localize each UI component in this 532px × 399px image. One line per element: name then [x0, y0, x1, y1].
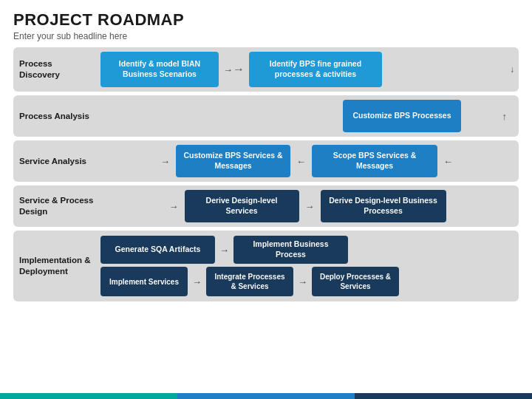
box-deploy-processes: Deploy Processes & Services	[312, 267, 399, 296]
bar-dark	[355, 393, 532, 399]
bottom-bar	[0, 393, 532, 399]
arrow-4-left: →	[169, 201, 179, 212]
arrow-3-mid: ←	[296, 156, 306, 167]
arrow-3-right: ←	[443, 156, 453, 167]
box-derive-services: Derive Design-level Services	[185, 190, 299, 222]
box-integrate-processes: Integrate Processes & Services	[206, 267, 293, 296]
arrow-5-top: →	[219, 245, 229, 256]
row-process-analysis: Process Analysis Customize BPS Processes…	[13, 95, 519, 137]
box-scope-bps: Scope BPS Services & Messages	[312, 145, 437, 177]
box-customize-bps-services: Customize BPS Services & Messages	[176, 145, 290, 177]
box-identify-model: Identify & model BIAN Business Scenarios	[100, 52, 219, 87]
row-label-service-process-design: Service & Process Design	[19, 195, 100, 217]
box-derive-processes: Derive Design-level Business Processes	[321, 190, 446, 222]
row5-inner: Generate SQA Artifacts → Implement Busin…	[100, 236, 513, 296]
roadmap-grid: Process Discovery Identify & model BIAN …	[13, 47, 519, 392]
row-service-process-design: Service & Process Design → Derive Design…	[13, 185, 519, 227]
box-generate-sqa: Generate SQA Artifacts	[100, 236, 215, 264]
arrow-1-1: →	[223, 63, 245, 76]
row-implementation-deployment: Implementation & Deployment Generate SQA…	[13, 231, 519, 301]
arrow-curve-down: ↓	[510, 64, 514, 75]
bar-blue	[177, 393, 355, 399]
page-title: PROJECT ROADMAP	[13, 10, 519, 30]
row-label-service-analysis: Service Analysis	[19, 156, 100, 167]
arrow-5-b1: →	[192, 276, 202, 287]
box-customize-bps-processes: Customize BPS Processes	[343, 100, 461, 132]
box-implement-bp: Implement Business Process	[233, 236, 348, 264]
row5-top: Generate SQA Artifacts → Implement Busin…	[100, 236, 513, 264]
row5-bottom: Implement Services → Integrate Processes…	[100, 267, 513, 296]
box-implement-services: Implement Services	[100, 267, 188, 296]
bar-teal	[0, 393, 177, 399]
page-subtitle: Enter your sub headline here	[13, 31, 519, 41]
row-label-process-analysis: Process Analysis	[19, 111, 100, 122]
arrow-3-left: →	[160, 156, 170, 167]
row-process-discovery: Process Discovery Identify & model BIAN …	[13, 47, 519, 92]
row-label-process-discovery: Process Discovery	[19, 58, 100, 81]
arrow-4-mid: →	[305, 201, 315, 212]
arrow-curve-right: ↑	[502, 111, 508, 122]
row1-content: Identify & model BIAN Business Scenarios…	[100, 52, 513, 87]
arrow-5-b2: →	[298, 276, 307, 287]
row-label-implementation: Implementation & Deployment	[19, 255, 100, 277]
box-identify-bps: Identify BPS fine grained processes & ac…	[249, 52, 382, 87]
row-service-analysis: Service Analysis → Customize BPS Service…	[13, 140, 519, 182]
